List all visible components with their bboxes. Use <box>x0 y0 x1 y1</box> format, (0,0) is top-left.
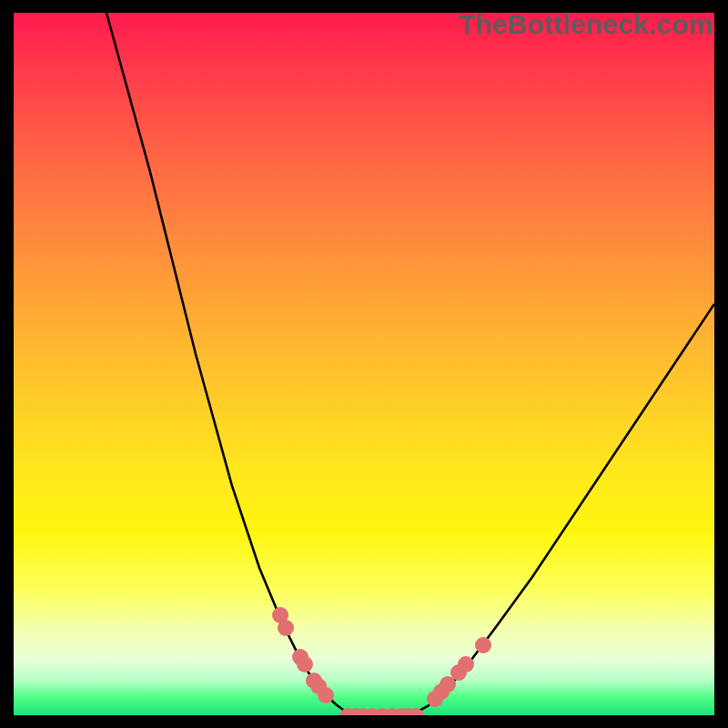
data-marker <box>318 687 334 703</box>
data-marker <box>278 620 294 636</box>
data-marker <box>297 656 313 672</box>
data-marker <box>475 637 491 653</box>
watermark-text: TheBottleneck.com <box>459 9 713 40</box>
chart-plot-area <box>14 13 714 715</box>
chart-overlay <box>14 13 714 715</box>
data-markers <box>272 607 491 715</box>
curve-left <box>106 13 361 715</box>
curve-right <box>403 304 714 715</box>
chart-frame: TheBottleneck.com <box>0 0 728 728</box>
data-marker <box>458 656 474 672</box>
